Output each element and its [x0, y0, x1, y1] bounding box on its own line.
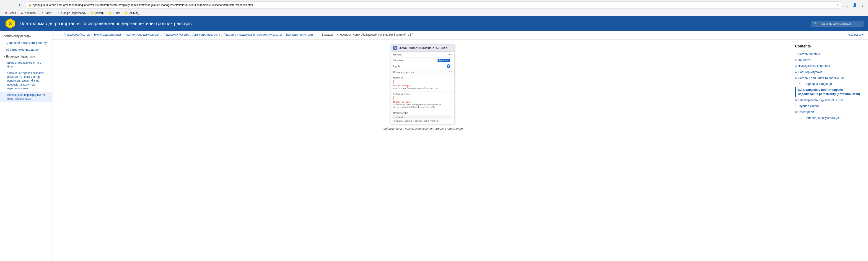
toc-item-8[interactable]: 8. Обсяг робіт: [795, 109, 863, 115]
field-resource-error: Must not be empty.: [393, 84, 452, 87]
toc-item-1[interactable]: 1. Загальний опис: [795, 51, 863, 57]
home-icon[interactable]: ⌂: [57, 33, 59, 37]
content-area: ⌂ / Платформа Реєстрів / Технічна докуме…: [53, 31, 868, 261]
field-result-input[interactable]: [393, 115, 452, 119]
gmail-icon: M: [4, 11, 8, 15]
toc-item-4[interactable]: 4. Ролі користувачів: [795, 69, 863, 75]
bookmark-gmail-label: Gmail: [9, 11, 16, 14]
panel-row-template[interactable]: Template Applied ✓ ›: [391, 58, 455, 63]
header-search[interactable]: 🔍: [811, 21, 863, 26]
breadcrumb-sep-0: /: [62, 33, 62, 36]
main-layout: регламенту реєстру Цифровий регламент ре…: [0, 31, 868, 261]
panel-template-right: Applied ✓ ›: [437, 59, 452, 62]
field-resource-hint: Resource type (string with name of the r…: [393, 87, 452, 90]
bookmark-other-label: Other: [114, 11, 120, 14]
toc-item-5[interactable]: 5. Загальні принципи та положення: [795, 75, 863, 81]
bookmark-youtube[interactable]: ▶ YouTube: [19, 10, 37, 16]
chevron-down-icon: ▾: [4, 55, 5, 58]
browser-toolbar: ← → ↻ 🔒 epam.github.io/edp-ddm-architect…: [0, 0, 868, 10]
field-token-input[interactable]: [393, 96, 452, 100]
language-selector[interactable]: Українська ▾: [848, 33, 863, 36]
field-resource-group: Resource Must not be empty. Resource typ…: [391, 75, 455, 91]
search-input[interactable]: [819, 22, 861, 25]
toc-title: Contents: [795, 44, 863, 48]
bookmark-maps[interactable]: 📍 Карти: [38, 10, 54, 16]
panel-header: ⚙ SEARCH FOR ENTITIES IN DATA FACTORY2: [391, 45, 455, 52]
bookmark-askod-label: АСКОД: [129, 11, 138, 14]
browser-chrome: ← → ↻ 🔒 epam.github.io/edp-ddm-architect…: [0, 0, 868, 16]
address-bar[interactable]: 🔒 epam.github.io/edp-ddm-architecture/ua…: [25, 1, 842, 9]
profile-button[interactable]: 👤: [851, 2, 858, 8]
breadcrumb-item-2[interactable]: Архітектурна документація: [126, 33, 160, 36]
panel-general-chevron: ›: [451, 53, 452, 56]
bookmark-translate-label: Google Перекладач: [61, 11, 86, 14]
bookmark-gmail[interactable]: M Gmail: [2, 10, 18, 16]
breadcrumb-item-3[interactable]: Підсистеми Реєстру: [163, 33, 189, 36]
panel-general-right: • ›: [449, 53, 452, 56]
field-token-hint: Access token of the user (${initiator}.a…: [393, 104, 452, 109]
forward-button[interactable]: →: [9, 2, 16, 8]
bookmark-other[interactable]: 📁 Other: [107, 10, 122, 16]
panel-custom-props-dot: •: [449, 70, 450, 74]
breadcrumb-item-6[interactable]: Еволюція підсистеми: [286, 33, 313, 36]
toc-item-5-1[interactable]: 5.1. Серверна валідація: [795, 81, 863, 87]
toc-item-6[interactable]: 6. Високорівневий дизайн рішення: [795, 97, 863, 103]
bookmark-askod[interactable]: 📁 АСКОД: [123, 10, 141, 16]
panel-row-inputs[interactable]: Inputs 1 ›: [391, 63, 455, 69]
toc-item-5-2[interactable]: 5.2. Валідація у Веб-інтерфейсі моделюва…: [795, 87, 863, 97]
bookmark-translate[interactable]: G Google Перекладач: [55, 10, 88, 16]
sidebar: регламенту реєстру Цифровий регламент ре…: [0, 31, 53, 261]
toc-item-3[interactable]: 3. Функціональні сценарії: [795, 63, 863, 69]
sidebar-item-evoluciya[interactable]: ▾ Еволюція підсистеми: [0, 53, 52, 60]
folder-other-icon: 📁: [109, 11, 113, 15]
extensions-button[interactable]: ⬡: [844, 2, 850, 8]
breadcrumb-sep-2: /: [124, 33, 124, 36]
field-resource-input[interactable]: [393, 80, 452, 84]
image-caption: Зображення 3. Панель моделювання. Змішан…: [382, 127, 463, 130]
menu-button[interactable]: ⋮: [859, 2, 866, 8]
breadcrumb-item-5[interactable]: Підсистема моделювання регламенту реєстр…: [223, 33, 282, 36]
bookmark-zakony[interactable]: 📁 Закони: [89, 10, 106, 16]
panel-general-label: General: [393, 53, 402, 56]
panel-header-icon: ⚙: [393, 46, 397, 50]
field-result-hint: The process variable to put response to …: [393, 120, 452, 122]
nav-buttons: ← → ↻: [2, 2, 23, 8]
field-resource-label: Resource: [393, 77, 452, 79]
url-text: epam.github.io/edp-ddm-architecture/ua/p…: [33, 3, 835, 7]
sidebar-item-cyfrovyy[interactable]: Цифровий регламент реєстру: [0, 39, 52, 46]
breadcrumb-sep-5: /: [221, 33, 222, 36]
breadcrumb-bar: ⌂ / Платформа Реєстрів / Технічна докуме…: [53, 31, 868, 40]
breadcrumb-item-1[interactable]: Технічна документація: [94, 33, 122, 36]
panel-header-title: SEARCH FOR ENTITIES IN DATA FACTORY2: [399, 47, 447, 49]
sidebar-item-evoluciya-label: Еволюція підсистеми: [6, 55, 35, 58]
translate-icon: G: [57, 11, 60, 15]
breadcrumb-item-4[interactable]: Адміністративна зона: [192, 33, 220, 36]
toc-item-2[interactable]: 2. Концепти: [795, 57, 863, 63]
sidebar-item-eksternalizaciya[interactable]: Екстерналізація скриптів UI-форм: [0, 60, 52, 70]
template-applied-badge: Applied ✓: [437, 59, 450, 62]
breadcrumb-sep-3: /: [161, 33, 162, 36]
folder-askod-icon: 📁: [125, 11, 129, 15]
toc-item-7[interactable]: 7. Журнал рішень: [795, 103, 863, 109]
back-button[interactable]: ←: [2, 2, 9, 8]
bookmarks-bar: M Gmail ▶ YouTube 📍 Карти G Google Перек…: [0, 10, 868, 16]
star-icon[interactable]: ☆: [837, 3, 839, 7]
sidebar-item-sproshchenyy[interactable]: Спрощений процес розробки регламенту чер…: [0, 70, 52, 92]
maps-icon: 📍: [40, 11, 44, 15]
panel-inputs-label: Inputs: [393, 65, 400, 67]
breadcrumb-item-0[interactable]: Платформа Реєстрів: [64, 33, 90, 36]
panel-inputs-chevron: ›: [451, 65, 452, 67]
modeler-panel: ⚙ SEARCH FOR ENTITIES IN DATA FACTORY2 G…: [391, 44, 455, 124]
sidebar-item-validaciya[interactable]: Валідація на перевірку пустих обов'язков…: [0, 92, 52, 102]
toc-item-8-1[interactable]: 8.1. Попередня документація...: [795, 115, 863, 121]
sidebar-item-objectne[interactable]: Об'єктне сховище даних: [0, 46, 52, 53]
panel-custom-props-label: Custom properties: [393, 71, 414, 74]
lock-icon: 🔒: [28, 3, 31, 7]
toc-panel: Contents 1. Загальний опис 2. Концепти 3…: [795, 44, 863, 258]
sidebar-item-reg-reestru[interactable]: регламенту реєстру: [0, 33, 52, 39]
panel-row-custom-props[interactable]: Custom properties • ˅: [391, 69, 455, 75]
panel-row-general[interactable]: General • ›: [391, 52, 455, 58]
reload-button[interactable]: ↻: [17, 2, 23, 8]
main-content: ⚙ SEARCH FOR ENTITIES IN DATA FACTORY2 G…: [57, 44, 788, 258]
app-header: ⚔ Платформа для розгортання та супроводж…: [0, 16, 868, 31]
